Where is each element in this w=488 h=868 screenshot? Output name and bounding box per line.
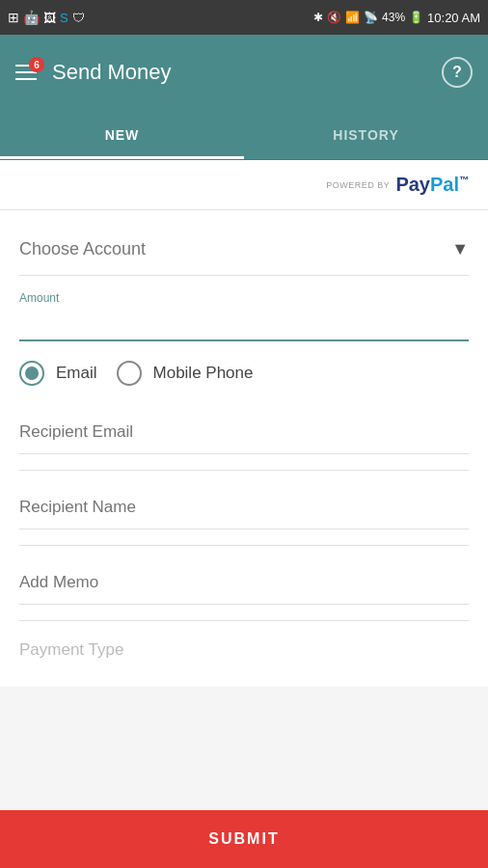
battery-icon: 🔋: [409, 11, 423, 24]
powered-by-text: POWERED BY: [326, 180, 390, 190]
photo-icon: 🖼: [43, 11, 56, 25]
recipient-email-field: [19, 395, 469, 471]
bluetooth-icon: ✱: [313, 11, 323, 24]
memo-input[interactable]: [19, 565, 469, 605]
status-left-icons: ⊞ 🤖 🖼 S 🛡: [8, 10, 85, 25]
account-dropdown[interactable]: Choose Account ▼: [19, 220, 469, 276]
android-icon: 🤖: [23, 10, 40, 25]
battery-percent: 43%: [382, 11, 405, 24]
recipient-type-group: Email Mobile Phone: [19, 341, 469, 395]
status-time: 10:20 AM: [427, 11, 480, 25]
shield-icon: 🛡: [72, 11, 85, 25]
paypal-tm: ™: [459, 175, 469, 185]
grid-icon: ⊞: [8, 10, 19, 25]
app-bar: 6 Send Money ?: [0, 35, 488, 110]
form-section: Choose Account ▼ Amount Email Mobile Pho…: [0, 210, 488, 687]
menu-line-3: [15, 78, 37, 80]
help-button[interactable]: ?: [442, 57, 473, 88]
status-bar: ⊞ 🤖 🖼 S 🛡 ✱ 🔇 📶 📡 43% 🔋 10:20 AM: [0, 0, 488, 35]
tab-history[interactable]: HISTORY: [244, 110, 488, 159]
email-radio-label: Email: [56, 364, 97, 383]
tabs-container: NEW HISTORY: [0, 110, 488, 160]
dropdown-arrow-icon: ▼: [451, 239, 469, 259]
notification-badge: 6: [29, 57, 44, 72]
mute-icon: 🔇: [327, 11, 341, 24]
menu-button[interactable]: 6: [15, 65, 37, 80]
skype-icon: S: [60, 11, 68, 25]
paypal-pal: Pal: [430, 174, 459, 195]
submit-button-label: SUBMIT: [208, 830, 279, 848]
paypal-pay: Pay: [395, 174, 430, 195]
recipient-name-input[interactable]: [19, 490, 469, 529]
mobile-radio[interactable]: Mobile Phone: [117, 361, 254, 386]
email-radio-circle: [19, 361, 44, 386]
paypal-logo: PayPal™: [395, 174, 469, 196]
amount-field-group: Amount: [19, 276, 469, 341]
paypal-banner: POWERED BY PayPal™: [0, 160, 488, 210]
recipient-name-field: [19, 471, 469, 546]
payment-type-label: Payment Type: [19, 640, 123, 659]
memo-field: [19, 546, 469, 621]
account-placeholder: Choose Account: [19, 239, 146, 259]
main-content: POWERED BY PayPal™ Choose Account ▼ Amou…: [0, 160, 488, 810]
amount-label: Amount: [19, 291, 469, 305]
wifi-icon: 📶: [345, 11, 360, 24]
tab-new[interactable]: NEW: [0, 110, 244, 159]
page-title: Send Money: [52, 60, 442, 85]
mobile-radio-circle: [117, 361, 142, 386]
signal-icon: 📡: [364, 11, 378, 24]
submit-bar[interactable]: SUBMIT: [0, 810, 488, 868]
status-right-icons: ✱ 🔇 📶 📡 43% 🔋 10:20 AM: [313, 11, 480, 25]
amount-input[interactable]: [19, 311, 469, 341]
payment-type-section: Payment Type: [19, 621, 469, 667]
recipient-email-input[interactable]: [19, 415, 469, 454]
email-radio[interactable]: Email: [19, 361, 97, 386]
mobile-radio-label: Mobile Phone: [153, 364, 254, 383]
